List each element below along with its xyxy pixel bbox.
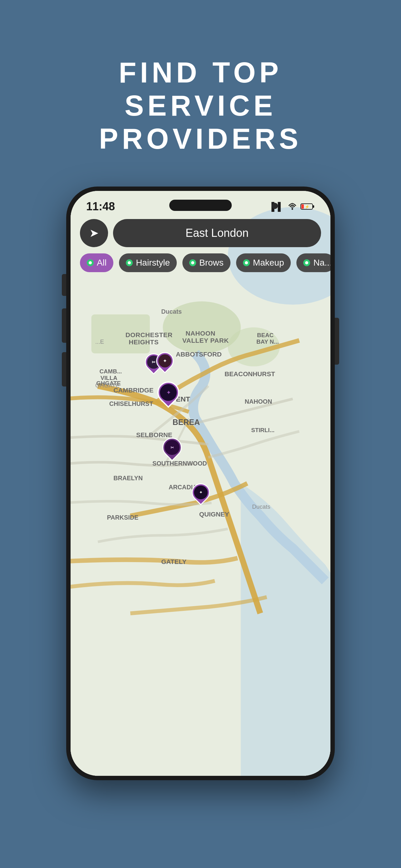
hero-line1: FIND TOP <box>99 56 302 89</box>
svg-text:NAHOON: NAHOON <box>244 398 272 405</box>
location-button[interactable]: ➤ <box>80 219 108 247</box>
filter-makeup[interactable]: Makeup <box>236 253 291 272</box>
svg-text:Ducats: Ducats <box>252 504 270 510</box>
filter-brows[interactable]: Brows <box>182 253 231 272</box>
side-button-power <box>335 318 339 365</box>
location-search-bar[interactable]: East London <box>113 219 321 247</box>
filter-hairstyle-dot <box>126 259 133 266</box>
svg-text:DORCHESTER: DORCHESTER <box>126 331 173 338</box>
svg-text:NAHOON: NAHOON <box>186 330 215 337</box>
filter-makeup-label: Makeup <box>253 258 284 268</box>
svg-text:VALLEY PARK: VALLEY PARK <box>182 337 229 344</box>
side-button-mute <box>62 274 66 296</box>
map-pin-2[interactable]: ✦ <box>156 352 174 370</box>
hero-line3: PROVIDERS <box>99 122 302 156</box>
svg-text:BEACONHURST: BEACONHURST <box>225 370 275 377</box>
status-time: 11:48 <box>86 200 115 213</box>
svg-text:BEAC: BEAC <box>257 332 274 338</box>
map-controls: ➤ East London <box>80 219 321 247</box>
hero-title: FIND TOP SERVICE PROVIDERS <box>99 56 302 155</box>
map-pin-lower[interactable]: ✂ <box>162 438 182 457</box>
svg-text:CAMB...: CAMB... <box>100 368 122 375</box>
svg-text:...E: ...E <box>95 338 104 345</box>
svg-text:QUIGNEY: QUIGNEY <box>199 510 229 518</box>
svg-text:SOUTHERNWOOD: SOUTHERNWOOD <box>153 460 207 467</box>
filter-brows-label: Brows <box>199 258 224 268</box>
filter-hairstyle[interactable]: Hairstyle <box>119 253 177 272</box>
filter-all-label: All <box>97 258 106 268</box>
svg-text:ABBOTSFORD: ABBOTSFORD <box>176 351 222 358</box>
svg-text:BRAELYN: BRAELYN <box>113 475 143 482</box>
map-pin-center[interactable]: ✦ <box>157 381 179 403</box>
svg-text:STIRLI...: STIRLI... <box>251 427 274 433</box>
filter-brows-dot <box>189 259 196 266</box>
hero-line2: SERVICE <box>99 89 302 122</box>
svg-point-33 <box>292 208 293 210</box>
filter-nails[interactable]: Na... <box>296 253 330 272</box>
svg-text:PARKSIDE: PARKSIDE <box>107 514 138 521</box>
svg-text:SELBORNE: SELBORNE <box>136 432 172 439</box>
phone-mockup: DORCHESTER HEIGHTS NAHOON VALLEY PARK BE… <box>66 187 335 780</box>
phone-screen: DORCHESTER HEIGHTS NAHOON VALLEY PARK BE… <box>71 191 330 776</box>
location-arrow-icon: ➤ <box>89 226 99 240</box>
svg-text:HEIGHTS: HEIGHTS <box>129 338 159 346</box>
filter-all[interactable]: All <box>80 253 113 272</box>
svg-text:GATELY: GATELY <box>161 558 187 565</box>
phone-frame: DORCHESTER HEIGHTS NAHOON VALLEY PARK BE… <box>66 187 335 780</box>
svg-text:GHGATE: GHGATE <box>95 382 120 389</box>
map-area: DORCHESTER HEIGHTS NAHOON VALLEY PARK BE… <box>71 191 330 776</box>
filter-all-dot <box>87 259 94 266</box>
svg-text:Ducats: Ducats <box>161 308 182 315</box>
status-bar: 11:48 ▌▌ ⚡ <box>71 191 330 216</box>
svg-text:BAY N...: BAY N... <box>257 338 279 345</box>
category-filters: All Hairstyle Brows Makeup Na... <box>80 253 330 272</box>
svg-text:CHISELHURST: CHISELHURST <box>109 401 153 407</box>
side-button-vol-down <box>62 352 66 386</box>
filter-nails-label: Na... <box>313 258 330 268</box>
filter-nails-dot <box>303 259 310 266</box>
svg-rect-36 <box>301 204 304 209</box>
wifi-icon <box>287 203 297 210</box>
svg-text:BEREA: BEREA <box>173 418 200 427</box>
svg-text:⚡: ⚡ <box>305 204 309 209</box>
filter-makeup-dot <box>243 259 250 266</box>
battery-icon: ⚡ <box>300 203 315 211</box>
location-label: East London <box>186 226 248 240</box>
filter-hairstyle-label: Hairstyle <box>136 258 170 268</box>
side-button-vol-up <box>62 308 66 343</box>
svg-rect-35 <box>312 205 314 208</box>
map-pin-bottom[interactable]: ✦ <box>192 484 210 501</box>
status-icons: ▌▌ ⚡ <box>271 202 315 212</box>
